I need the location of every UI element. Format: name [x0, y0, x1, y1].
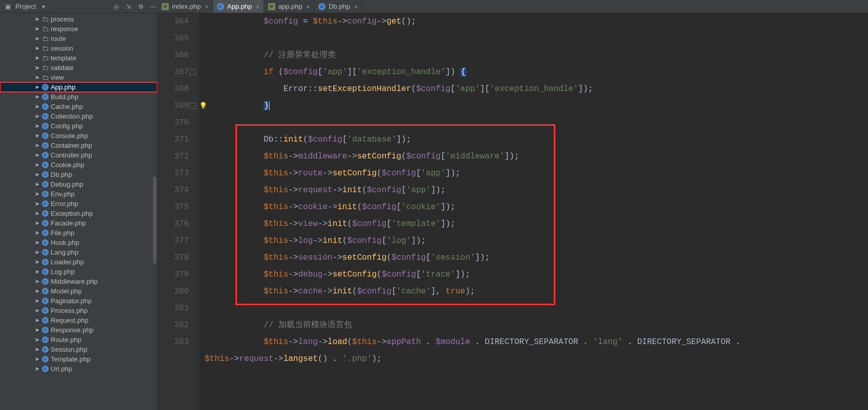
gutter[interactable]: --💡 364365366367368369370371372373374375… [158, 13, 200, 410]
file-controller-php[interactable]: ▶CController.php [0, 150, 157, 160]
file-file-php[interactable]: ▶CFile.php [0, 228, 157, 238]
chevron-down-icon[interactable]: ▾ [39, 2, 48, 11]
code-line[interactable]: $this->route->setConfig($config['app']); [205, 165, 868, 182]
expand-arrow-icon[interactable]: ▶ [36, 84, 40, 89]
file-request-php[interactable]: ▶CRequest.php [0, 315, 157, 325]
code-line[interactable]: $this->lang->load($this->appPath . $modu… [205, 334, 868, 351]
expand-arrow-icon[interactable]: ▶ [36, 36, 40, 41]
file-url-php[interactable]: ▶CUrl.php [0, 364, 157, 374]
line-number[interactable]: 367 [158, 64, 189, 81]
expand-arrow-icon[interactable]: ▶ [36, 152, 40, 157]
line-number[interactable]: 379 [158, 266, 189, 283]
folder-route[interactable]: ▶🗀route [0, 34, 157, 43]
code-line[interactable]: if ($config['app']['exception_handle']) … [205, 64, 868, 81]
collapse-icon[interactable]: ⇲ [124, 2, 133, 11]
close-icon[interactable]: × [307, 4, 310, 10]
expand-arrow-icon[interactable]: ▶ [36, 201, 40, 206]
line-number[interactable]: 382 [158, 317, 189, 334]
file-paginator-php[interactable]: ▶CPaginator.php [0, 296, 157, 306]
file-session-php[interactable]: ▶CSession.php [0, 345, 157, 354]
tab-app-php[interactable]: CApp.php× [213, 0, 264, 13]
expand-arrow-icon[interactable]: ▶ [36, 279, 40, 284]
file-error-php[interactable]: ▶CError.php [0, 199, 157, 209]
file-lang-php[interactable]: ▶CLang.php [0, 247, 157, 257]
file-config-php[interactable]: ▶CConfig.php [0, 121, 157, 131]
line-number[interactable]: 371 [158, 131, 189, 148]
expand-arrow-icon[interactable]: ▶ [36, 211, 40, 216]
expand-arrow-icon[interactable]: ▶ [36, 317, 40, 323]
file-debug-php[interactable]: ▶CDebug.php [0, 179, 157, 189]
target-icon[interactable]: ◎ [112, 2, 121, 11]
code-line[interactable]: $this->debug->setConfig($config['trace']… [205, 266, 868, 283]
code-line[interactable] [205, 300, 868, 317]
close-icon[interactable]: × [205, 4, 208, 10]
line-number[interactable]: 374 [158, 182, 189, 199]
folder-validate[interactable]: ▶🗀validate [0, 63, 157, 73]
line-number[interactable]: 381 [158, 300, 189, 317]
file-facade-php[interactable]: ▶CFacade.php [0, 218, 157, 228]
code-line[interactable]: $this->session->setConfig($config['sessi… [205, 249, 868, 266]
close-icon[interactable]: × [354, 4, 357, 10]
code-line[interactable]: } [205, 98, 868, 115]
expand-arrow-icon[interactable]: ▶ [36, 65, 40, 70]
code-line[interactable]: $config = $this->config->get(); [205, 13, 868, 30]
minimize-icon[interactable]: — [148, 2, 158, 11]
code-line[interactable]: $this->view->init($config['template']); [205, 216, 868, 233]
gear-icon[interactable]: ⚙ [136, 2, 145, 11]
file-cache-php[interactable]: ▶CCache.php [0, 102, 157, 111]
line-number[interactable]: 370 [158, 115, 189, 131]
file-collection-php[interactable]: ▶CCollection.php [0, 111, 157, 121]
close-icon[interactable]: × [256, 4, 259, 10]
expand-arrow-icon[interactable]: ▶ [36, 366, 40, 371]
line-number[interactable]: 365 [158, 30, 189, 47]
code-line[interactable]: Error::setExceptionHandler($config['app'… [205, 81, 868, 98]
expand-arrow-icon[interactable]: ▶ [36, 181, 40, 187]
expand-arrow-icon[interactable]: ▶ [36, 327, 40, 332]
expand-arrow-icon[interactable]: ▶ [36, 230, 40, 235]
expand-arrow-icon[interactable]: ▶ [36, 269, 40, 274]
expand-arrow-icon[interactable]: ▶ [36, 45, 40, 51]
fold-start-icon[interactable]: - [190, 69, 196, 75]
line-number[interactable] [158, 351, 189, 368]
expand-arrow-icon[interactable]: ▶ [36, 240, 40, 245]
file-cookie-php[interactable]: ▶CCookie.php [0, 160, 157, 170]
folder-session[interactable]: ▶🗀session [0, 43, 157, 53]
expand-arrow-icon[interactable]: ▶ [36, 94, 40, 99]
line-number[interactable]: 369 [158, 98, 189, 115]
file-hook-php[interactable]: ▶CHook.php [0, 238, 157, 247]
expand-arrow-icon[interactable]: ▶ [36, 75, 40, 80]
folder-process[interactable]: ▶🗀process [0, 14, 157, 24]
code-area[interactable]: $config = $this->config->get(); // 注册异常处… [200, 13, 868, 410]
line-number[interactable]: 366 [158, 47, 189, 64]
file-console-php[interactable]: ▶CConsole.php [0, 131, 157, 141]
expand-arrow-icon[interactable]: ▶ [36, 55, 40, 60]
line-number[interactable]: 378 [158, 249, 189, 266]
expand-arrow-icon[interactable]: ▶ [36, 113, 40, 119]
file-model-php[interactable]: ▶CModel.php [0, 286, 157, 296]
folder-response[interactable]: ▶🗀response [0, 24, 157, 34]
expand-arrow-icon[interactable]: ▶ [36, 259, 40, 264]
code-line[interactable]: Db::init($config['database']); [205, 131, 868, 148]
expand-arrow-icon[interactable]: ▶ [36, 104, 40, 109]
expand-arrow-icon[interactable]: ▶ [36, 172, 40, 177]
folder-view[interactable]: ▶🗀view [0, 73, 157, 82]
line-number[interactable]: 377 [158, 233, 189, 249]
code-line[interactable]: // 加载当前模块语言包 [205, 317, 868, 334]
line-number[interactable]: 368 [158, 81, 189, 98]
code-line[interactable]: $this->log->init($config['log']); [205, 233, 868, 249]
code-line[interactable]: $this->cookie->init($config['cookie']); [205, 199, 868, 216]
code-line[interactable]: $this->cache->init($config['cache'], tru… [205, 283, 868, 300]
code-line[interactable]: $this->request->init($config['app']); [205, 182, 868, 199]
expand-arrow-icon[interactable]: ▶ [36, 288, 40, 293]
tab-app-php[interactable]: Papp.php× [264, 0, 314, 13]
line-number[interactable]: 372 [158, 148, 189, 165]
expand-arrow-icon[interactable]: ▶ [36, 26, 40, 31]
expand-arrow-icon[interactable]: ▶ [36, 249, 40, 255]
code-editor[interactable]: --💡 364365366367368369370371372373374375… [158, 13, 868, 410]
project-tree-scrollbar[interactable] [153, 177, 157, 264]
file-db-php[interactable]: ▶CDb.php [0, 170, 157, 179]
line-number[interactable]: 376 [158, 216, 189, 233]
file-log-php[interactable]: ▶CLog.php [0, 267, 157, 277]
file-process-php[interactable]: ▶CProcess.php [0, 306, 157, 315]
file-build-php[interactable]: ▶CBuild.php [0, 92, 157, 102]
